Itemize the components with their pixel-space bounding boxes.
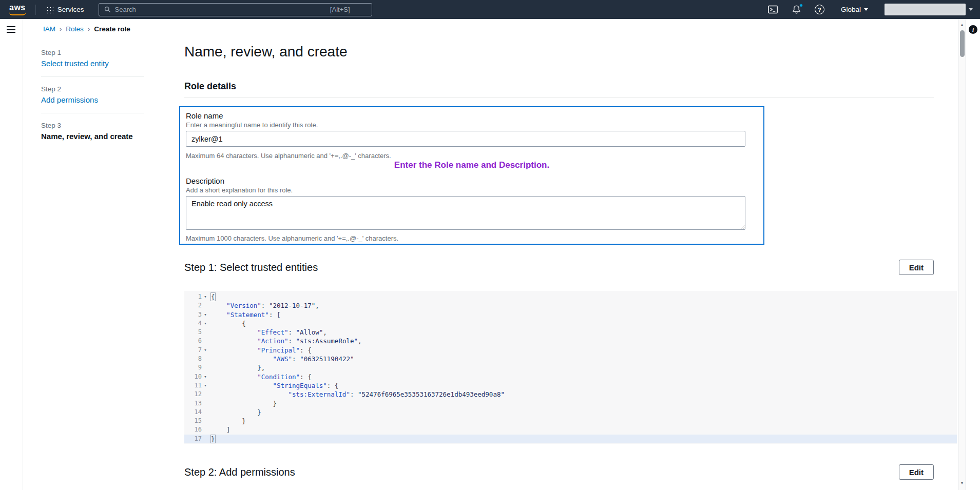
scroll-up-arrow[interactable]: ▲ [958,23,966,27]
step-divider [41,76,144,77]
line-number: 4 [184,319,202,328]
line-number: 16 [184,425,202,434]
line-number: 1 [184,292,202,301]
region-selector[interactable]: Global [838,5,871,14]
services-menu-button[interactable]: Services [43,4,87,15]
chevron-right-icon: › [88,25,90,33]
form-main-column: Name, review, and create Role details Ro… [184,19,957,490]
code-line: 14 } [184,408,957,417]
trusted-entities-section-header: Step 1: Select trusted entities Edit [184,260,934,277]
aws-logo[interactable]: aws [8,2,29,17]
search-shortcut-hint: [Alt+S] [330,6,350,13]
step-link-add-permissions[interactable]: Add permissions [41,95,144,105]
fold-caret-icon [202,417,209,425]
step-link-select-trusted-entity[interactable]: Select trusted entity [41,59,144,68]
fold-caret-icon[interactable]: ▾ [202,310,209,319]
fold-caret-icon [202,435,209,443]
search-icon [104,6,111,13]
role-name-label: Role name [186,111,223,120]
vertical-scrollbar[interactable]: ▲ ▼ [958,19,966,490]
step-eyebrow: Step 2 [41,85,144,93]
page-title: Name, review, and create [184,44,348,60]
breadcrumb-link-iam[interactable]: IAM [43,25,55,33]
scrollbar-thumb[interactable] [960,30,965,57]
services-label: Services [57,6,84,13]
section-heading-step1: Step 1: Select trusted entities [184,260,934,275]
line-number: 12 [184,390,202,399]
top-navigation-bar: aws Services Search [Alt+S] [0,0,980,19]
notifications-button[interactable] [792,5,801,14]
account-menu[interactable] [885,4,973,15]
line-number: 3 [184,310,202,319]
chevron-right-icon: › [60,25,62,33]
code-line: 12 "sts:ExternalId": "52476f6965e3535316… [184,390,957,399]
line-number: 17 [184,435,202,443]
step-eyebrow: Step 1 [41,49,144,57]
role-name-constraint-hint: Maximum 64 characters. Use alphanumeric … [186,152,391,160]
line-number: 5 [184,328,202,337]
search-placeholder: Search [115,6,136,13]
line-number: 7 [184,346,202,355]
code-line: 17} [184,435,957,443]
fold-caret-icon [202,301,209,310]
code-line: 10▾ "Condition": { [184,373,957,381]
step-eyebrow: Step 3 [41,122,144,130]
description-label: Description [186,177,224,185]
info-icon[interactable]: i [969,25,977,34]
aws-logo-text: aws [9,3,26,12]
line-number: 10 [184,373,202,381]
code-line: 7▾ "Principal": { [184,346,957,355]
breadcrumb: IAM › Roles › Create role [43,25,130,33]
help-button[interactable]: ? [815,5,824,14]
edit-trusted-entities-button[interactable]: Edit [899,260,934,275]
line-number: 13 [184,399,202,408]
fold-caret-icon[interactable]: ▾ [202,292,209,301]
main-content-area: IAM › Roles › Create role Step 1 Select … [24,19,958,490]
nav-utilities: ? Global [767,4,980,15]
breadcrumb-link-roles[interactable]: Roles [66,25,84,33]
fold-caret-icon[interactable]: ▾ [202,319,209,328]
code-line: 9 }, [184,363,957,372]
code-line: 11▾ "StringEquals": { [184,381,957,390]
line-number: 15 [184,417,202,425]
menu-toggle-button[interactable] [7,26,16,35]
permissions-section-header: Step 2: Add permissions Edit [184,464,934,482]
global-search-bar[interactable]: Search [Alt+S] [99,3,372,16]
fold-caret-icon [202,408,209,417]
description-description: Add a short explanation for this role. [186,186,293,194]
code-line: 16 ] [184,425,957,434]
line-number: 14 [184,408,202,417]
code-line: 8 "AWS": "063251190422" [184,355,957,363]
annotation-highlight-box: Role name Enter a meaningful name to ide… [179,106,764,245]
description-textarea[interactable]: Enable read only access [186,196,745,230]
help-panel-strip: i [966,19,980,490]
wizard-steps-nav: Step 1 Select trusted entity Step 2 Add … [41,49,144,141]
breadcrumb-current-page: Create role [94,25,130,33]
fold-caret-icon[interactable]: ▾ [202,346,209,355]
step-current-label: Name, review, and create [41,132,144,141]
wizard-step-3-current: Step 3 Name, review, and create [41,122,144,141]
region-label: Global [841,6,861,13]
fold-caret-icon [202,355,209,363]
line-number: 11 [184,381,202,390]
fold-caret-icon [202,337,209,345]
edit-permissions-button[interactable]: Edit [899,464,934,480]
notification-dot [799,4,803,7]
fold-caret-icon[interactable]: ▾ [202,381,209,390]
step-divider [41,113,144,113]
fold-caret-icon[interactable]: ▾ [202,373,209,381]
description-constraint-hint: Maximum 1000 characters. Use alphanumeri… [186,234,398,242]
nav-divider [35,5,36,15]
trust-policy-json-editor[interactable]: 1▾{2 "Version": "2012-10-17",3▾ "Stateme… [184,291,957,444]
line-number: 8 [184,355,202,363]
scroll-down-arrow[interactable]: ▼ [958,481,966,485]
code-line: 15 } [184,417,957,425]
fold-caret-icon [202,363,209,372]
role-name-input[interactable] [186,131,745,147]
cloudshell-button[interactable] [767,5,778,14]
wizard-step-1: Step 1 Select trusted entity [41,49,144,68]
code-line: 6 "Action": "sts:AssumeRole", [184,337,957,345]
side-nav-collapsed-strip [0,19,23,490]
code-line: 2 "Version": "2012-10-17", [184,301,957,310]
section-heading-step2: Step 2: Add permissions [184,464,934,480]
